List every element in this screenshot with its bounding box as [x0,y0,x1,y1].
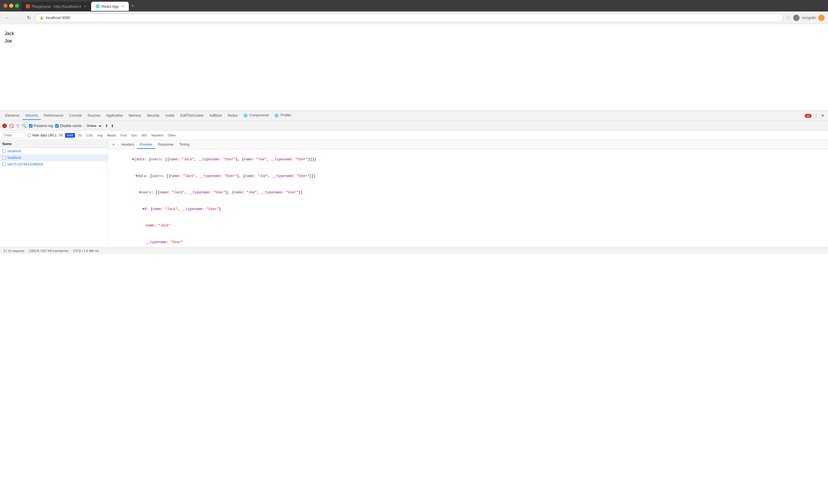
user-jack: Jack [5,30,823,37]
lock-icon: 🔒 [40,16,44,19]
download-icon: ⬇ [111,124,114,128]
disable-cache-label[interactable]: Disable cache [55,124,81,128]
request-item-2[interactable]: localhost [0,154,108,161]
json-line-2: ▼users: [{name: "Jack", __typename: "Use… [111,184,825,201]
preview-tab-headers[interactable]: Headers [118,141,137,149]
tab-playground-close[interactable]: ✕ [84,5,87,8]
preview-content: ▼{data: {users: [{name: "Jack", __typena… [108,149,828,247]
request-item-1[interactable]: localhost [0,148,108,154]
tab-profiler[interactable]: Profiler [272,111,294,120]
requests-header: Name [0,140,108,148]
filter-img[interactable]: Img [96,133,105,138]
tab-memory[interactable]: Memory [126,112,144,120]
filter-types: XHR JS CSS Img Media Font Doc WS Manifes… [65,133,177,138]
hide-data-urls-checkbox[interactable] [28,134,31,137]
traffic-lights [3,4,19,8]
requests-panel: Name localhost localhost info?t=15744141… [0,140,108,247]
preserve-log-checkbox[interactable] [29,124,33,128]
throttle-select[interactable]: Online [84,123,102,129]
close-button[interactable] [3,4,7,8]
tab-elements[interactable]: Elements [2,112,23,120]
title-bar: Playground - http://localhost:4 ✕ React … [0,0,828,11]
filter-bar: Hide data URLs All XHR JS CSS Img Media … [0,131,828,140]
hide-data-urls-label[interactable]: Hide data URLs [28,133,57,137]
tab-console[interactable]: Console [67,112,85,120]
playground-favicon [26,4,30,8]
nav-actions: Incognito [793,15,825,21]
request-item-3[interactable]: info?t=1574414196569 [0,161,108,168]
tab-react-close[interactable]: ✕ [122,5,124,8]
request-1-checkbox[interactable] [2,149,6,153]
preview-panel: × Headers Preview Response Timing ▼{data… [108,140,828,247]
tab-redux[interactable]: Redux [225,112,241,120]
json-line-1: ▼data: {users: [{name: "Jack", __typenam… [111,168,825,185]
filter-input[interactable] [2,133,25,138]
tab-components[interactable]: Components [241,111,272,120]
new-tab-button[interactable]: + [129,2,136,10]
tabs-bar: Playground - http://localhost:4 ✕ React … [21,1,825,11]
request-2-checkbox[interactable] [2,156,6,159]
tab-react[interactable]: React App ✕ [91,2,129,11]
bookmark-icon[interactable]: ☆ [786,15,790,20]
devtools: Elements Network Performance Console Sou… [0,110,828,254]
filter-css[interactable]: CSS [85,133,94,138]
search-icon[interactable]: 🔍 [22,124,27,128]
upload-icon: ⬆ [105,124,109,128]
tab-application[interactable]: Application [103,112,126,120]
json-line-4: name: "Jack" [111,218,825,234]
tab-network[interactable]: Network [23,112,41,120]
tab-sources[interactable]: Sources [85,112,103,120]
filter-media[interactable]: Media [106,133,118,138]
react-components-icon [244,113,248,118]
json-line-3: ▼0: {name: "Jack", __typename: "User"} [111,201,825,218]
preview-tab-timing[interactable]: Timing [176,141,192,149]
forward-button[interactable]: → [14,14,23,21]
tab-audits[interactable]: Audits [162,112,177,120]
url-display: localhost:3000 [46,15,779,20]
filter-font[interactable]: Font [119,133,128,138]
tab-adblock[interactable]: AdBlock [206,112,225,120]
tab-playground[interactable]: Playground - http://localhost:4 ✕ [21,2,91,11]
preview-tab-preview[interactable]: Preview [137,141,155,149]
react-favicon [96,4,100,8]
preview-tab-response[interactable]: Response [155,141,176,149]
network-panels: Name localhost localhost info?t=15744141… [0,140,828,247]
request-1-name: localhost [7,149,105,153]
filter-icon[interactable]: ▽ [16,124,19,128]
tab-performance[interactable]: Performance [41,112,67,120]
tab-security[interactable]: Security [144,112,162,120]
filter-all[interactable]: All [59,133,63,137]
page-content: Jack Joe [0,24,828,110]
back-button[interactable]: ← [3,14,11,21]
request-2-name: localhost [7,156,105,160]
tab-editthiscookie[interactable]: EditThisCookie [178,112,207,120]
tab-react-label: React App [101,4,119,9]
profile-circle [793,15,799,21]
devtools-close-icon[interactable]: ✕ [820,112,826,120]
react-profiler-icon [275,113,279,118]
browser-chrome: Playground - http://localhost:4 ✕ React … [0,0,828,24]
filter-doc[interactable]: Doc [130,133,139,138]
address-bar[interactable]: 🔒 localhost:3000 [35,13,783,22]
minimize-button[interactable] [9,4,13,8]
request-3-name: info?t=1574414196569 [7,163,105,166]
filter-manifest[interactable]: Manifest [150,133,165,138]
filter-ws[interactable]: WS [140,133,149,138]
user-avatar[interactable] [818,15,825,21]
filter-js[interactable]: JS [76,133,83,138]
devtools-menu-icon[interactable]: ⋮ [813,112,820,120]
record-button[interactable] [2,124,7,128]
filter-other[interactable]: Other [166,133,178,138]
filter-xhr[interactable]: XHR [65,133,75,138]
disable-cache-checkbox[interactable] [55,124,59,128]
preserve-log-label[interactable]: Preserve log [29,124,53,128]
maximize-button[interactable] [15,4,19,8]
reload-button[interactable]: ↻ [25,14,33,21]
clear-icon[interactable]: 🚫 [9,124,14,128]
nav-bar: ← → ↻ 🔒 localhost:3000 ☆ Incognito [0,11,828,24]
preview-close-icon[interactable]: × [110,141,117,148]
json-line-5: __typename: "User" [111,234,825,247]
tab-playground-label: Playground - http://localhost:4 [32,4,81,9]
request-3-checkbox[interactable] [2,163,6,166]
resources-size: 170 B / 2.6 MB res [73,249,99,253]
